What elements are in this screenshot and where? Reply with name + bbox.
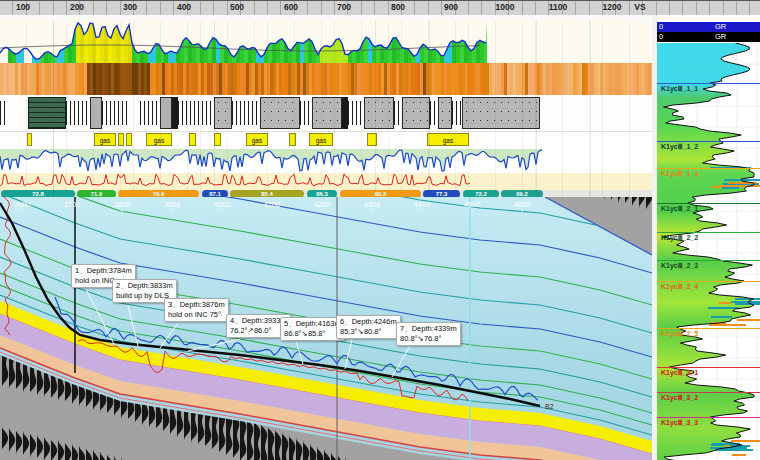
formation-top-label[interactable]: K1ycⅢ_2_4	[661, 283, 698, 291]
ruler-unit-label: VS	[634, 2, 645, 12]
formation-top-line	[657, 83, 760, 84]
annotation-callout[interactable]: 7、Depth:4339m80.8°↘76.8°	[396, 322, 461, 346]
gas-marker[interactable]: gas	[94, 133, 116, 146]
ruler-tick-label: 1000	[496, 2, 515, 12]
lithology-segment	[260, 97, 300, 129]
gas-marker[interactable]	[118, 133, 124, 146]
lithology-segment	[394, 101, 402, 125]
annotation-depth: 6、Depth:4246m	[340, 317, 397, 327]
lithology-segment	[214, 97, 232, 129]
annotation-depth: 1、Depth:3784m	[75, 266, 132, 276]
ruler-tick-label: 900	[444, 2, 458, 12]
annotation-detail: 80.8°↘76.8°	[400, 334, 457, 344]
annotation-depth: 4、Depth:3933m	[230, 316, 287, 326]
annotation-detail: 85.3°↘80.8°	[340, 327, 397, 337]
annotation-depth: 5、Depth:4163m	[284, 319, 341, 329]
gas-marker[interactable]	[289, 133, 296, 146]
formation-top-label[interactable]: K1ycⅢ_3_3	[661, 419, 698, 427]
formation-top-label[interactable]: K1ycⅢ_3_2	[661, 394, 698, 402]
formation-top-line	[657, 417, 760, 418]
lithology-segment	[402, 97, 430, 129]
gr-curve-name: GR	[715, 22, 726, 32]
formation-top-label[interactable]: K1ycⅢ_1_2	[661, 143, 698, 151]
track-gas-shows: gasgasgasgasgas	[0, 131, 652, 150]
lithology-segment	[430, 101, 438, 125]
ruler-tick-label: 100	[16, 2, 30, 12]
ruler-tick-label: 400	[177, 2, 191, 12]
lithology-segment	[312, 97, 342, 129]
gas-marker[interactable]: gas	[146, 133, 172, 146]
formation-top-label[interactable]: K1ycⅢ_2_5	[661, 330, 698, 338]
lithology-segment	[364, 97, 394, 129]
svg-text:3900: 3900	[164, 200, 181, 209]
lithology-segment	[74, 101, 90, 125]
gr-scale-min: 0	[659, 22, 663, 32]
annotation-detail: 86.8°↘85.8°	[284, 329, 341, 339]
lithology-segment	[178, 101, 214, 125]
gas-marker[interactable]	[189, 133, 196, 146]
ruler-tick-label: 600	[284, 2, 298, 12]
svg-text:3700: 3700	[64, 200, 81, 209]
track-lithology	[0, 95, 652, 131]
gas-marker[interactable]	[214, 133, 221, 146]
formation-top-line	[657, 328, 760, 329]
ruler-tick-label: 200	[70, 2, 84, 12]
gr-curve-name-2: GR	[715, 32, 726, 42]
gas-marker[interactable]: gas	[246, 133, 268, 146]
svg-text:4400: 4400	[414, 200, 431, 209]
svg-text:4300: 4300	[364, 200, 381, 209]
seismic-section: 3600370038003900400041004200430044004500…	[0, 197, 652, 460]
well-end-label: B2	[545, 403, 554, 410]
track-resistivity-curve	[0, 149, 652, 173]
lithology-segment	[348, 101, 364, 125]
svg-text:4000: 4000	[214, 200, 231, 209]
annotation-depth: 3、Depth:3876m	[168, 300, 225, 310]
track-image-log	[0, 63, 652, 95]
annotation-callout[interactable]: 3、Depth:3876mhold on INC 75°	[164, 298, 229, 322]
gas-marker[interactable]: gas	[309, 133, 333, 146]
gas-marker[interactable]	[367, 133, 377, 146]
lithology-segment	[0, 101, 8, 125]
track-gr-curve	[0, 21, 652, 63]
formation-top-label[interactable]: K1ycⅢ_2_1	[661, 205, 698, 213]
ruler-tick-label: 300	[123, 2, 137, 12]
svg-text:4600: 4600	[514, 200, 531, 209]
gas-marker[interactable]	[27, 133, 32, 146]
svg-text:4500: 4500	[464, 200, 481, 209]
lithology-segment	[28, 97, 66, 129]
gr-type-log-panel: 0 GR 0 GR K1ycⅢ_1_1K1ycⅢ_1_2K1ycⅢ_1_3K1y…	[657, 15, 760, 460]
formation-top-line	[657, 141, 760, 142]
annotation-callout[interactable]: 6、Depth:4246m85.3°↘80.8°	[336, 315, 401, 339]
formation-top-label[interactable]: K1ycⅢ_2_2	[661, 234, 698, 242]
annotation-detail: 76.2°↗86.0°	[230, 326, 287, 336]
lithology-segment	[90, 97, 102, 129]
formation-top-label[interactable]: K1ycⅢ_2_3	[661, 262, 698, 270]
vs-ruler: 100200300400500600700800900100011001200V…	[0, 1, 760, 16]
svg-text:3800: 3800	[114, 200, 131, 209]
svg-text:4200: 4200	[314, 200, 331, 209]
track-ratio-curve	[0, 173, 652, 190]
lithology-segment	[102, 101, 128, 125]
formation-top-line	[657, 260, 760, 261]
gr-header-secondary: 0 GR	[657, 32, 760, 42]
lithology-segment	[462, 97, 540, 129]
lithology-segment	[300, 101, 312, 125]
svg-text:3600: 3600	[14, 200, 31, 209]
gas-marker[interactable]	[126, 133, 132, 146]
ruler-tick-label: 1200	[603, 2, 622, 12]
annotation-depth: 7、Depth:4339m	[400, 324, 457, 334]
annotation-callout[interactable]: 5、Depth:4163m86.8°↘85.8°	[280, 317, 345, 341]
formation-top-line	[657, 281, 760, 282]
lithology-segment	[140, 101, 160, 125]
formation-top-line	[657, 203, 760, 204]
formation-top-label[interactable]: K1ycⅢ_3_1	[661, 369, 698, 377]
formation-top-label[interactable]: K1ycⅢ_1_3	[661, 170, 698, 178]
ruler-tick-label: 800	[391, 2, 405, 12]
lithology-segment	[232, 101, 260, 125]
svg-text:4100: 4100	[264, 200, 281, 209]
annotation-detail: hold on INC 75°	[168, 310, 225, 320]
formation-top-line	[657, 367, 760, 368]
gas-marker[interactable]: gas	[427, 133, 469, 146]
formation-top-label[interactable]: K1ycⅢ_1_1	[661, 85, 698, 93]
ruler-tick-label: 1100	[549, 2, 567, 12]
